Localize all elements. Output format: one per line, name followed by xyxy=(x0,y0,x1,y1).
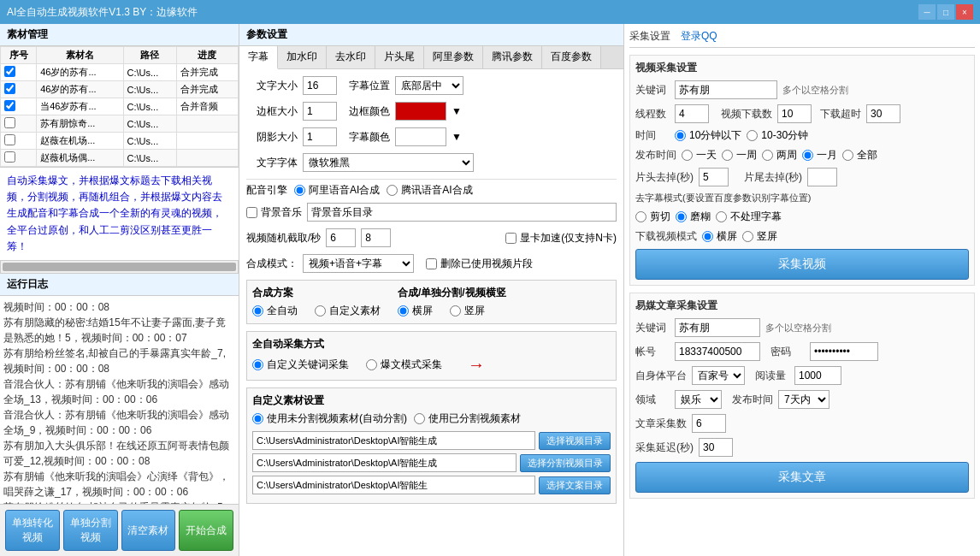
clip-head-input[interactable] xyxy=(699,168,729,186)
time-10-30-option[interactable]: 10-30分钟 xyxy=(747,128,808,143)
pub-all-radio[interactable] xyxy=(842,150,853,161)
maximize-button[interactable]: □ xyxy=(937,4,954,20)
pub-1month-radio[interactable] xyxy=(802,150,813,161)
collect-keyword-option[interactable]: 自定义关键词采集 xyxy=(252,358,349,372)
dl-landscape-radio[interactable] xyxy=(702,231,713,242)
window-controls[interactable]: ─ □ × xyxy=(918,4,973,20)
dl-portrait-option[interactable]: 竖屏 xyxy=(742,229,777,244)
collect-viral-radio[interactable] xyxy=(366,359,377,370)
gpu-accel-option[interactable]: 显卡加速(仅支持N卡) xyxy=(505,231,617,245)
use-split-option[interactable]: 使用已分割视频素材 xyxy=(414,411,521,426)
text-pos-select[interactable]: 底部居中 顶部居中 左下角 右下角 xyxy=(395,76,463,95)
table-row[interactable]: 苏有朋惊奇... C:\Us... xyxy=(1,115,239,133)
password-input[interactable] xyxy=(810,342,878,361)
text-color-dropdown[interactable]: ▼ xyxy=(452,131,462,143)
convert-video-button[interactable]: 单独转化视频 xyxy=(5,510,60,551)
easy-publish-time-select[interactable]: 7天内 30天内 全部 xyxy=(778,390,829,409)
delete-unused-option[interactable]: 删除已使用视频片段 xyxy=(426,257,533,271)
domain-select[interactable]: 娱乐 科技 财经 体育 xyxy=(675,390,722,409)
collect-count-input[interactable] xyxy=(692,414,726,433)
text-color-box[interactable] xyxy=(395,127,446,146)
row-checkbox[interactable] xyxy=(1,115,37,133)
video-keyword-input[interactable] xyxy=(675,80,777,99)
minimize-button[interactable]: ─ xyxy=(918,4,936,20)
login-qq-link[interactable]: 登录QQ xyxy=(681,29,717,44)
easy-keyword-input[interactable] xyxy=(675,318,760,337)
table-row[interactable]: 赵薇在机场... C:\Us... xyxy=(1,133,239,150)
tab-watermark[interactable]: 加水印 xyxy=(278,46,327,68)
font-family-select[interactable]: 微软雅黑 宋体 黑体 xyxy=(303,153,474,172)
split-video-button[interactable]: 单独分割视频 xyxy=(63,510,118,551)
sub-blur-option[interactable]: 磨糊 xyxy=(676,210,711,224)
orient-landscape-radio[interactable] xyxy=(398,305,409,316)
sub-blur-radio[interactable] xyxy=(676,211,687,222)
video-dir-input[interactable] xyxy=(252,431,535,450)
gpu-accel-checkbox[interactable] xyxy=(505,233,517,244)
scheme-custom-option[interactable]: 自定义素材 xyxy=(315,304,381,318)
collect-viral-option[interactable]: 爆文模式采集 xyxy=(366,358,442,372)
sub-none-option[interactable]: 不处理字幕 xyxy=(716,210,782,224)
pub-1day-radio[interactable] xyxy=(682,150,693,161)
collect-article-button[interactable]: 采集文章 xyxy=(635,462,969,493)
close-button[interactable]: × xyxy=(956,4,973,20)
row-checkbox[interactable] xyxy=(1,81,37,98)
row-checkbox[interactable] xyxy=(1,98,37,115)
account-input[interactable] xyxy=(675,342,760,361)
border-color-box[interactable] xyxy=(395,102,446,121)
horizontal-scrollbar[interactable] xyxy=(0,260,239,274)
collect-delay-input[interactable] xyxy=(699,438,733,457)
scheme-auto-radio[interactable] xyxy=(252,305,263,316)
video-random-min[interactable] xyxy=(326,228,356,247)
tab-header-footer[interactable]: 片头尾 xyxy=(375,46,424,68)
scheme-auto-option[interactable]: 全自动 xyxy=(252,304,298,318)
split-video-dir-input[interactable] xyxy=(252,453,517,472)
time-under10-radio[interactable] xyxy=(675,130,686,141)
orient-portrait-radio[interactable] xyxy=(450,305,461,316)
time-10-30-radio[interactable] xyxy=(747,130,758,141)
scroll-thumb[interactable] xyxy=(3,263,236,271)
pub-1month-option[interactable]: 一月 xyxy=(802,148,837,163)
shadow-size-input[interactable] xyxy=(303,127,337,146)
scheme-custom-radio[interactable] xyxy=(315,305,326,316)
video-random-max[interactable] xyxy=(361,228,391,247)
synth-mode-select[interactable]: 视频+语音+字幕 视频+语音 纯视频 xyxy=(303,254,414,273)
read-count-input[interactable] xyxy=(794,366,841,385)
script-dir-input[interactable] xyxy=(252,476,535,494)
pub-2week-radio[interactable] xyxy=(762,150,773,161)
border-color-dropdown[interactable]: ▼ xyxy=(452,105,462,117)
orient-portrait-option[interactable]: 竖屏 xyxy=(450,304,485,318)
select-script-dir-button[interactable]: 选择文案目录 xyxy=(539,476,611,494)
collect-keyword-radio[interactable] xyxy=(252,359,263,370)
tab-ali-params[interactable]: 阿里参数 xyxy=(424,46,483,68)
audio-tencent-option[interactable]: 腾讯语音AI合成 xyxy=(387,183,472,198)
tab-baidu-params[interactable]: 百度参数 xyxy=(542,46,601,68)
pub-1day-option[interactable]: 一天 xyxy=(682,148,717,163)
time-under10-option[interactable]: 10分钟以下 xyxy=(675,128,741,143)
select-video-dir-button[interactable]: 选择视频目录 xyxy=(539,432,611,450)
use-unsplit-option[interactable]: 使用未分割视频素材(自动分割) xyxy=(252,411,407,426)
start-synth-button[interactable]: 开始合成 xyxy=(179,510,233,551)
dl-portrait-radio[interactable] xyxy=(742,231,753,242)
border-size-input[interactable] xyxy=(303,102,337,121)
delete-unused-checkbox[interactable] xyxy=(426,258,437,269)
tab-remove-watermark[interactable]: 去水印 xyxy=(327,46,375,68)
use-unsplit-radio[interactable] xyxy=(252,413,263,424)
pub-all-option[interactable]: 全部 xyxy=(842,148,877,163)
log-content[interactable]: 视频时间：00：00：08苏有朋隐藏的秘密:结婚15年不让妻子露面,妻子竟是熟悉… xyxy=(0,296,239,504)
sub-cut-radio[interactable] xyxy=(635,211,646,222)
use-split-radio[interactable] xyxy=(414,413,425,424)
orient-landscape-option[interactable]: 横屏 xyxy=(398,304,433,318)
clip-tail-input[interactable] xyxy=(807,168,837,186)
table-row[interactable]: 赵薇机场偶... C:\Us... xyxy=(1,150,239,167)
tab-tencent-params[interactable]: 腾讯参数 xyxy=(483,46,542,68)
sub-cut-option[interactable]: 剪切 xyxy=(635,210,670,224)
pub-1week-option[interactable]: 一周 xyxy=(722,148,757,163)
text-size-input[interactable] xyxy=(303,76,337,95)
row-checkbox[interactable] xyxy=(1,64,37,81)
audio-tencent-radio[interactable] xyxy=(387,185,398,196)
table-row[interactable]: 当46岁苏有... C:\Us... 合并音频 xyxy=(1,98,239,115)
dl-landscape-option[interactable]: 横屏 xyxy=(702,229,737,244)
download-timeout-input[interactable] xyxy=(866,104,900,123)
row-checkbox[interactable] xyxy=(1,133,37,150)
tab-subtitle[interactable]: 字幕 xyxy=(239,46,278,69)
